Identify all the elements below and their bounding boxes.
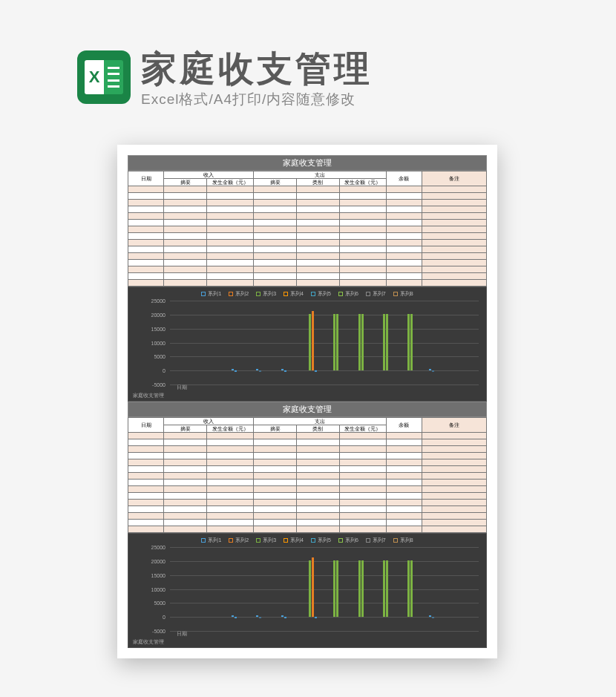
table-row: [128, 226, 487, 233]
table-row: [128, 280, 487, 287]
table-row: [128, 459, 487, 466]
chart-xtick: 日期: [177, 630, 187, 638]
table-row: [128, 206, 487, 213]
legend-item: 系列5: [311, 537, 331, 544]
legend-item: 系列3: [256, 290, 276, 298]
legend-item: 系列3: [256, 537, 276, 544]
col-expense-cat: 类别: [296, 425, 339, 433]
budget-table: 日期 收入 支出 余额 备注 摘要 发生金额（元） 摘要 类别 发生金额（元）: [128, 171, 487, 287]
table-row: [128, 500, 487, 506]
excel-icon-bars: [104, 60, 123, 94]
legend-item: 系列4: [284, 290, 304, 298]
legend-item: 系列6: [338, 290, 358, 298]
table-row: [128, 473, 487, 480]
table-row: [128, 253, 487, 260]
table-row: [128, 520, 487, 526]
col-income-amt: 发生金额（元）: [207, 425, 254, 433]
col-balance: 余额: [386, 171, 422, 186]
table-row: [128, 446, 487, 453]
col-income-amt: 发生金额（元）: [207, 179, 254, 186]
col-income-group: 收入: [164, 171, 254, 179]
table-row: [128, 260, 487, 266]
col-note: 备注: [422, 418, 487, 433]
table-row: [128, 466, 487, 473]
legend-item: 系列7: [366, 290, 386, 298]
legend-item: 系列6: [338, 537, 358, 544]
sheet-title: 家庭收支管理: [128, 402, 487, 417]
table-row: [128, 493, 487, 500]
legend-item: 系列2: [229, 537, 249, 544]
table-row: [128, 240, 487, 246]
col-income-group: 收入: [164, 418, 254, 425]
col-expense-amt: 发生金额（元）: [339, 179, 386, 186]
table-row: [128, 266, 487, 273]
legend-item: 系列7: [366, 537, 386, 544]
table-row: [128, 220, 487, 226]
col-balance: 余额: [386, 418, 422, 433]
chart-plot: -50000500010000150002000025000: [170, 547, 479, 631]
col-expense-amt: 发生金额（元）: [339, 425, 386, 433]
chart-legend: 系列1系列2系列3系列4系列5系列6系列7系列8: [128, 287, 486, 299]
col-income-desc: 摘要: [164, 179, 207, 186]
page-title: 家庭收支管理: [141, 50, 373, 88]
budget-table: 日期 收入 支出 余额 备注 摘要 发生金额（元） 摘要 类别 发生金额（元）: [128, 417, 487, 533]
table-row: [128, 246, 487, 253]
col-expense-group: 支出: [254, 171, 387, 179]
page-header: X 家庭收支管理 Excel格式/A4打印/内容随意修改: [77, 50, 373, 109]
chart-legend: 系列1系列2系列3系列4系列5系列6系列7系列8: [128, 534, 486, 546]
table-row: [128, 273, 487, 280]
legend-item: 系列8: [393, 290, 413, 298]
chart-area: 系列1系列2系列3系列4系列5系列6系列7系列8 -50000500010000…: [128, 533, 487, 648]
document-preview: 家庭收支管理 日期 收入 支出 余额 备注 摘要 发生金额（元） 摘要 类别 发…: [117, 145, 497, 658]
table-row: [128, 233, 487, 240]
table-row: [128, 513, 487, 520]
table-row: [128, 186, 487, 193]
table-row: [128, 453, 487, 459]
excel-icon-letter: X: [85, 60, 104, 94]
sheet-block: 家庭收支管理 日期 收入 支出 余额 备注 摘要 发生金额（元） 摘要 类别 发…: [128, 402, 487, 648]
legend-item: 系列1: [201, 537, 221, 544]
chart-xlabel: 家庭收支管理: [133, 393, 164, 399]
legend-item: 系列2: [229, 290, 249, 298]
legend-item: 系列4: [284, 537, 304, 544]
table-row: [128, 213, 487, 220]
sheet-title: 家庭收支管理: [128, 155, 487, 171]
page-subtitle: Excel格式/A4打印/内容随意修改: [141, 90, 373, 109]
legend-item: 系列5: [311, 290, 331, 298]
legend-item: 系列8: [393, 537, 413, 544]
sheet-block: 家庭收支管理 日期 收入 支出 余额 备注 摘要 发生金额（元） 摘要 类别 发…: [128, 155, 487, 402]
chart-area: 系列1系列2系列3系列4系列5系列6系列7系列8 -50000500010000…: [128, 287, 487, 402]
col-date: 日期: [128, 171, 164, 186]
table-row: [128, 439, 487, 446]
chart-xtick: 日期: [177, 384, 187, 391]
table-row: [128, 526, 487, 533]
col-income-desc: 摘要: [164, 425, 207, 433]
excel-icon: X: [77, 50, 131, 104]
table-row: [128, 193, 487, 200]
table-row: [128, 200, 487, 206]
col-expense-group: 支出: [254, 418, 387, 425]
table-row: [128, 486, 487, 493]
table-row: [128, 433, 487, 439]
col-note: 备注: [422, 171, 487, 186]
col-date: 日期: [128, 418, 164, 433]
table-row: [128, 480, 487, 486]
legend-item: 系列1: [201, 290, 221, 298]
chart-plot: -50000500010000150002000025000: [170, 301, 479, 385]
col-expense-desc: 摘要: [254, 179, 297, 186]
table-row: [128, 506, 487, 513]
col-expense-cat: 类别: [296, 179, 339, 186]
chart-xlabel: 家庭收支管理: [133, 639, 164, 645]
col-expense-desc: 摘要: [254, 425, 297, 433]
